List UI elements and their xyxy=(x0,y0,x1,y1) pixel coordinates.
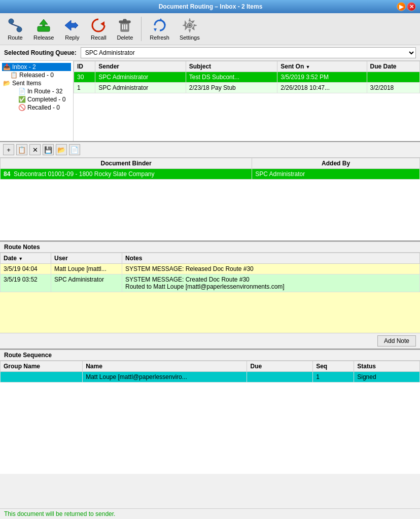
doc-binder-row[interactable]: 84 Subcontract 01001-09 - 1800 Rocky Sla… xyxy=(1,169,420,180)
route-note-row[interactable]: 3/5/19 04:04 Matt Loupe [mattl... SYSTEM… xyxy=(1,264,420,274)
refresh-button[interactable]: Refresh xyxy=(146,15,173,43)
routing-queue-select[interactable]: SPC Administrator xyxy=(81,47,416,58)
doc-binder-empty xyxy=(0,180,420,240)
release-button[interactable]: Release xyxy=(29,15,58,43)
col-name[interactable]: Name xyxy=(83,361,247,372)
route-seq-section: Route Sequence Group Name Name Due Seq S… xyxy=(0,350,420,474)
seq-status: Signed xyxy=(354,372,420,383)
tree-item-inbox[interactable]: 📥 Inbox - 2 xyxy=(2,63,71,71)
msg-duedate xyxy=(367,72,419,83)
col-id[interactable]: ID xyxy=(74,61,95,72)
msg-subject: Test DS Subcont... xyxy=(186,72,277,83)
message-row[interactable]: 1 SPC Administrator 2/23/18 Pay Stub 2/2… xyxy=(74,83,420,93)
recalled-icon: 🚫 xyxy=(18,104,26,111)
col-duedate[interactable]: Due Date xyxy=(367,61,419,72)
tree-item-inroute[interactable]: 📄 In Route - 32 xyxy=(2,87,71,95)
route-button[interactable]: Route xyxy=(3,15,27,43)
recall-label: Recall xyxy=(91,34,107,41)
doc-open-button[interactable]: 📂 xyxy=(56,144,67,155)
inroute-label: In Route - 32 xyxy=(27,88,62,95)
svg-marker-5 xyxy=(40,19,48,26)
sort-icon-date: ▼ xyxy=(18,256,23,261)
doc-copy-button[interactable]: 📋 xyxy=(16,144,27,155)
tree-item-released[interactable]: 📋 Released - 0 xyxy=(2,71,71,79)
release-icon xyxy=(36,17,52,33)
note-user: Matt Loupe [mattl... xyxy=(51,264,122,274)
route-label: Route xyxy=(8,34,22,41)
go-button[interactable]: ▶ xyxy=(397,2,406,11)
doc-save-button[interactable]: 💾 xyxy=(43,144,54,155)
msg-senton: 3/5/2019 3:52 PM xyxy=(277,72,367,83)
note-user: SPC Administrator xyxy=(51,274,122,292)
col-sender[interactable]: Sender xyxy=(95,61,186,72)
msg-id: 30 xyxy=(74,72,95,83)
doc-binder-table: Document Binder Added By 84 Subcontract … xyxy=(0,158,420,180)
col-seq[interactable]: Seq xyxy=(313,361,354,372)
routing-queue-row: Selected Routing Queue: SPC Administrato… xyxy=(0,45,420,61)
col-group-name[interactable]: Group Name xyxy=(1,361,83,372)
add-note-row: Add Note xyxy=(0,333,420,349)
reply-icon xyxy=(64,17,80,33)
message-grid: ID Sender Subject Sent On ▼ Due Date 30 … xyxy=(74,61,420,141)
route-seq-header: Route Sequence xyxy=(0,350,420,361)
recall-button[interactable]: Recall xyxy=(86,15,111,43)
status-text: This document will be returned to sender… xyxy=(4,510,115,517)
col-user[interactable]: User xyxy=(51,253,122,264)
svg-rect-10 xyxy=(123,19,126,21)
msg-id: 1 xyxy=(74,83,95,93)
svg-rect-4 xyxy=(38,26,50,31)
col-due[interactable]: Due xyxy=(247,361,313,372)
seq-name: Matt Loupe [mattl@paperlessenviro... xyxy=(83,372,247,383)
main-split: 📥 Inbox - 2 📋 Released - 0 📂 Sent Items … xyxy=(0,61,420,142)
svg-marker-6 xyxy=(65,20,78,30)
route-seq-row[interactable]: Matt Loupe [mattl@paperlessenviro... 1 S… xyxy=(1,372,420,383)
col-date[interactable]: Date ▼ xyxy=(1,253,51,264)
settings-label: Settings xyxy=(180,34,200,41)
col-doc-binder[interactable]: Document Binder xyxy=(1,158,252,169)
col-status[interactable]: Status xyxy=(354,361,420,372)
add-note-button[interactable]: Add Note xyxy=(377,335,416,347)
settings-button[interactable]: Settings xyxy=(176,15,204,43)
tree-item-recalled[interactable]: 🚫 Recalled - 0 xyxy=(2,103,71,112)
tree-item-completed[interactable]: ✅ Completed - 0 xyxy=(2,95,71,103)
status-bar: This document will be returned to sender… xyxy=(0,508,420,519)
message-row[interactable]: 30 SPC Administrator Test DS Subcont... … xyxy=(74,72,420,83)
col-notes[interactable]: Notes xyxy=(122,253,420,264)
delete-icon xyxy=(117,17,133,33)
route-seq-empty xyxy=(0,383,420,474)
delete-label: Delete xyxy=(117,34,133,41)
seq-seq: 1 xyxy=(313,372,354,383)
tree-item-sentitems[interactable]: 📂 Sent Items xyxy=(2,79,71,87)
message-table: ID Sender Subject Sent On ▼ Due Date 30 … xyxy=(74,61,420,93)
msg-senton: 2/26/2018 10:47... xyxy=(277,83,367,93)
doc-add-button[interactable]: + xyxy=(3,144,14,155)
route-seq-table: Group Name Name Due Seq Status Matt Loup… xyxy=(0,361,420,383)
recall-icon xyxy=(90,17,107,33)
inroute-icon: 📄 xyxy=(18,88,26,95)
doc-id-desc: 84 Subcontract 01001-09 - 1800 Rocky Sla… xyxy=(1,169,252,180)
released-icon: 📋 xyxy=(10,72,18,79)
route-notes-header: Route Notes xyxy=(0,241,420,253)
close-button[interactable]: ✕ xyxy=(407,2,416,11)
sentitems-icon: 📂 xyxy=(3,80,11,87)
doc-remove-button[interactable]: ✕ xyxy=(29,144,41,155)
svg-marker-7 xyxy=(100,21,104,26)
svg-point-0 xyxy=(9,19,14,24)
doc-doc-button[interactable]: 📄 xyxy=(69,144,80,155)
route-notes-empty xyxy=(0,292,420,333)
delete-button[interactable]: Delete xyxy=(113,15,137,43)
tree-panel: 📥 Inbox - 2 📋 Released - 0 📂 Sent Items … xyxy=(0,61,74,141)
recalled-label: Recalled - 0 xyxy=(27,104,60,111)
inbox-label: Inbox - 2 xyxy=(12,63,36,71)
reply-label: Reply xyxy=(65,34,79,41)
msg-subject: 2/23/18 Pay Stub xyxy=(186,83,277,93)
doc-binder-grid: Document Binder Added By 84 Subcontract … xyxy=(0,158,420,240)
reply-button[interactable]: Reply xyxy=(60,15,84,43)
col-added-by[interactable]: Added By xyxy=(252,158,420,169)
col-senton[interactable]: Sent On ▼ xyxy=(277,61,367,72)
route-notes-table: Date ▼ User Notes 3/5/19 04:04 Matt Loup… xyxy=(0,253,420,292)
route-note-row[interactable]: 3/5/19 03:52 SPC Administrator SYSTEM ME… xyxy=(1,274,420,292)
settings-icon xyxy=(182,17,198,33)
col-subject[interactable]: Subject xyxy=(186,61,277,72)
inbox-icon: 📥 xyxy=(3,63,11,71)
